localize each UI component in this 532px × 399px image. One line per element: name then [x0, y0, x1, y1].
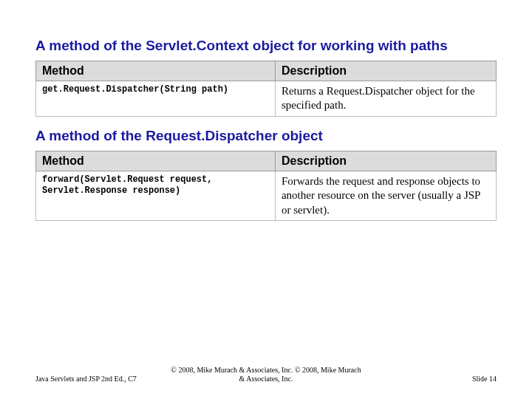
- col-method-header: Method: [36, 61, 276, 81]
- table-row: get.Request.Dispatcher(String path) Retu…: [36, 81, 497, 116]
- col-desc-header: Description: [275, 61, 496, 81]
- section1-heading: A method of the Servlet.Context object f…: [35, 37, 497, 55]
- footer-center: © 2008, Mike Murach & Associates, Inc. ©…: [170, 366, 362, 383]
- table-header-row: Method Description: [36, 61, 497, 81]
- section1-table: Method Description get.Request.Dispatche…: [35, 61, 497, 117]
- desc-cell: Forwards the request and response object…: [275, 171, 496, 221]
- method-cell: get.Request.Dispatcher(String path): [36, 81, 276, 116]
- section2-table: Method Description forward(Servlet.Reque…: [35, 151, 497, 222]
- section2-heading: A method of the Request.Dispatcher objec…: [35, 127, 497, 145]
- table-header-row: Method Description: [36, 151, 497, 171]
- col-desc-header: Description: [275, 151, 496, 171]
- col-method-header: Method: [36, 151, 276, 171]
- desc-cell: Returns a Request.Dispatcher object for …: [275, 81, 496, 116]
- footer-left: Java Servlets and JSP 2nd Ed., C7: [35, 375, 137, 383]
- method-cell: forward(Servlet.Request request, Servlet…: [36, 171, 276, 221]
- table-row: forward(Servlet.Request request, Servlet…: [36, 171, 497, 221]
- footer-right: Slide 14: [472, 375, 497, 383]
